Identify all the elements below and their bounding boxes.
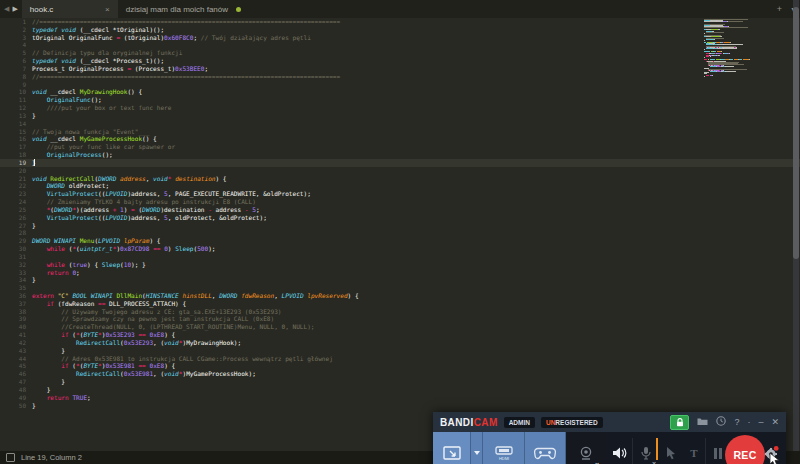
close-icon[interactable]: ✕ [771,418,779,427]
line-number: 35 [0,284,32,292]
code-line: 46 RedirectCall(0x53E981, (void*)MyGameP… [0,370,800,378]
code-line: 30 while (*(uintptr_t*)0x87CD98 == 0) Sl… [0,245,800,253]
new-tab-icon[interactable]: + [777,4,782,14]
code-line: 6typedef void (__cdecl *Process_t)(); [0,57,800,65]
bandicam-toolbar: BANDICAM ADMIN UNREGISTERED ? · – ✕ [433,412,786,464]
code-line: 37 if (fdwReason == DLL_PROCESS_ATTACH) … [0,300,800,308]
code-editor[interactable]: 1//=====================================… [0,18,800,451]
folder-icon[interactable] [697,417,708,428]
speaker-button[interactable] [607,432,632,464]
code-line: 29DWORD WINAPI Menu(LPVOID lpParam) { [0,237,800,245]
tab-hook-c[interactable]: hook.c × [22,0,118,18]
scrollbar-thumb[interactable] [793,7,799,259]
close-icon[interactable]: × [105,5,110,14]
code-line: 49 return TRUE; [0,394,800,402]
device-record-mode-button[interactable]: HDMI [483,432,525,464]
line-number: 42 [0,339,32,347]
tab-scroll-buttons[interactable]: ◀ ▶ [0,0,22,18]
line-number: 14 [0,120,32,128]
code-line: 24 // Zmieniamy TYLKO 4 bajty adresu po … [0,198,800,206]
line-number: 3 [0,34,32,42]
line-number: 19 [0,159,32,167]
screen-region-icon [443,446,461,460]
code-line: 18 OriginalProcess(); [0,151,800,159]
screen-record-mode-button[interactable] [433,432,471,464]
line-number: 49 [0,394,32,402]
game-record-mode-button[interactable] [525,432,566,464]
code-line: 5// Definicja typu dla oryginalnej funkc… [0,49,800,57]
microphone-icon [640,446,652,460]
line-number: 50 [0,402,32,410]
code-line: 4 [0,41,800,49]
line-number: 44 [0,355,32,363]
line-number: 39 [0,315,32,323]
code-line: 12 ////put your box or text func here [0,104,800,112]
code-line: 35 [0,284,800,292]
line-number: 45 [0,362,32,370]
code-line: 41 if (*(BYTE*)0x53E293 == 0xE8) { [0,331,800,339]
code-line: 36extern "C" BOOL WINAPI DllMain(HINSTAN… [0,292,800,300]
tab-scroll-right-icon[interactable]: ▶ [12,5,17,13]
record-mode-dropdown[interactable] [471,432,483,464]
code-line: 28 [0,229,800,237]
code-line: 9 [0,81,800,89]
disabled-x-icon: × [652,460,656,464]
code-line: 8//=====================================… [0,73,800,81]
code-line: 10void __cdecl MyDrawingHook() { [0,88,800,96]
status-icon[interactable] [6,453,15,462]
clock-icon[interactable] [716,416,726,428]
unregistered-badge[interactable]: UNREGISTERED [541,417,603,428]
line-number: 21 [0,175,32,183]
lock-icon[interactable] [670,415,689,430]
code-line: 21void RedirectCall(DWORD address, void*… [0,175,800,183]
text-caret [34,159,35,166]
line-number: 17 [0,143,32,151]
line-number: 5 [0,49,32,57]
code-line: 25 *(DWORD*)(address + 1) = (DWORD)desti… [0,206,800,214]
code-line: 16void __cdecl MyGameProcessHook() { [0,135,800,143]
line-number: 33 [0,269,32,277]
code-line: 43 } [0,347,800,355]
webcam-toggle-button[interactable]: × [566,432,607,464]
line-number: 47 [0,378,32,386]
record-button[interactable]: REC [725,435,765,464]
line-number: 36 [0,292,32,300]
help-icon[interactable]: ? [734,418,739,427]
tab-scroll-left-icon[interactable]: ◀ [4,5,9,13]
mouse-effect-button[interactable] [659,432,683,464]
settings-button[interactable] [763,445,785,464]
code-line: 3tOriginal OriginalFunc = (tOriginal)0x6… [0,34,800,42]
record-label: REC [733,449,756,461]
code-line: 22 DWORD oldProtect; [0,182,800,190]
microphone-button[interactable]: × [633,432,659,464]
chevron-down-icon [474,451,480,455]
modified-dot-icon [236,7,241,12]
webcam-icon [578,446,595,461]
svg-text:HDMI: HDMI [498,456,508,461]
tab-dzisiaj[interactable]: dzisiaj mam dla moich fanów [118,0,249,18]
bandicam-titlebar[interactable]: BANDICAM ADMIN UNREGISTERED ? · – ✕ [433,412,786,432]
hdmi-device-icon: HDMI [493,445,515,461]
sublime-text-window: ◀ ▶ hook.c × dzisiaj mam dla moich fanów… [0,0,800,464]
line-number: 34 [0,276,32,284]
bandicam-logo: BANDICAM [440,417,498,428]
line-number: 12 [0,104,32,112]
tray-dot-icon[interactable]: · [747,418,750,427]
code-line: 19} [0,159,800,167]
code-line: 33 return 0; [0,269,800,277]
pause-icon [714,448,722,459]
mouse-cursor [769,452,781,464]
line-number: 10 [0,88,32,96]
line-number: 37 [0,300,32,308]
audio-level-meter [656,438,658,460]
mouse-pointer-icon [665,446,677,460]
code-line: 31 [0,253,800,261]
code-line: 32 while (true) { Sleep(10); } [0,261,800,269]
vertical-scrollbar[interactable] [793,0,799,464]
minimize-icon[interactable]: – [758,418,763,427]
line-number: 15 [0,128,32,136]
text-overlay-button[interactable]: T [683,432,705,464]
line-number: 43 [0,347,32,355]
minimap[interactable] [704,19,790,319]
code-line: 7Process_t OriginalProcess = (Process_t)… [0,65,800,73]
